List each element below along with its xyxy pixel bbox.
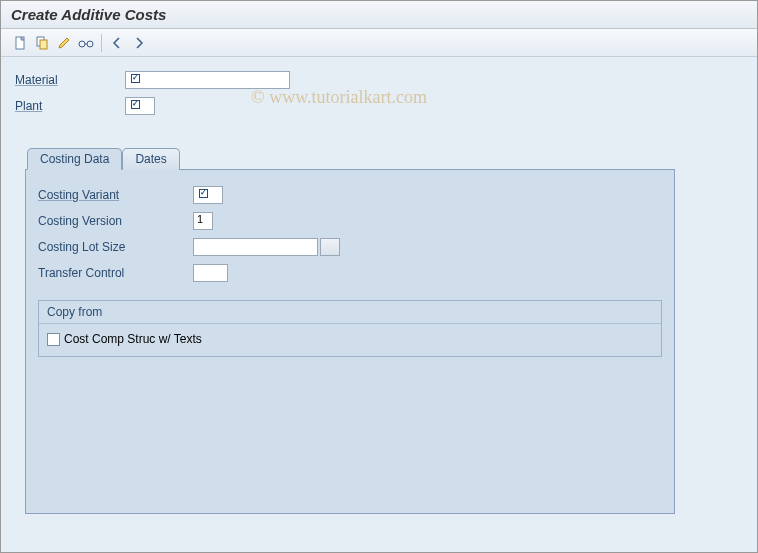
costing-version-value: 1: [197, 213, 203, 225]
new-button[interactable]: [9, 33, 31, 53]
svg-rect-2: [40, 40, 47, 49]
cost-comp-row: Cost Comp Struc w/ Texts: [47, 332, 653, 346]
tab-content: Costing Variant Costing Version 1 Costin…: [25, 169, 675, 514]
toolbar-separator: [101, 34, 102, 52]
unit-button[interactable]: [320, 238, 340, 256]
transfer-control-label: Transfer Control: [38, 266, 193, 280]
copy-icon: [35, 36, 49, 50]
prev-button[interactable]: [106, 33, 128, 53]
costing-version-label: Costing Version: [38, 214, 193, 228]
edit-button[interactable]: [53, 33, 75, 53]
glasses-icon: [78, 36, 94, 50]
tab-costing-data[interactable]: Costing Data: [27, 148, 122, 170]
costing-lot-size-input[interactable]: [193, 238, 318, 256]
window-header: Create Additive Costs: [1, 1, 757, 29]
tab-bar: Costing Data Dates: [27, 147, 675, 169]
costing-lot-size-row: Costing Lot Size: [38, 236, 662, 258]
f4-help-icon: [196, 189, 208, 201]
toolbar: [1, 29, 757, 57]
plant-row: Plant: [15, 95, 743, 117]
costing-variant-input[interactable]: [193, 186, 223, 204]
display-button[interactable]: [75, 33, 97, 53]
svg-point-4: [87, 41, 93, 47]
cost-comp-label: Cost Comp Struc w/ Texts: [64, 332, 202, 346]
transfer-control-input[interactable]: [193, 264, 228, 282]
material-label: Material: [15, 73, 125, 87]
chevron-left-icon: [112, 37, 122, 49]
material-row: Material: [15, 69, 743, 91]
document-icon: [13, 36, 27, 50]
plant-label: Plant: [15, 99, 125, 113]
tabstrip: Costing Data Dates Costing Variant Costi…: [25, 147, 675, 514]
chevron-right-icon: [134, 37, 144, 49]
costing-variant-label: Costing Variant: [38, 188, 193, 202]
copy-from-group: Copy from Cost Comp Struc w/ Texts: [38, 300, 662, 357]
pencil-icon: [57, 36, 71, 50]
costing-variant-row: Costing Variant: [38, 184, 662, 206]
svg-point-3: [79, 41, 85, 47]
tab-dates[interactable]: Dates: [122, 148, 179, 170]
page-title: Create Additive Costs: [11, 6, 166, 23]
group-title: Copy from: [39, 301, 661, 324]
plant-input[interactable]: [125, 97, 155, 115]
next-button[interactable]: [128, 33, 150, 53]
f4-help-icon: [128, 74, 140, 86]
content-area: © www.tutorialkart.com Material Plant Co…: [1, 57, 757, 526]
transfer-control-row: Transfer Control: [38, 262, 662, 284]
f4-help-icon: [128, 100, 140, 112]
costing-version-input[interactable]: 1: [193, 212, 213, 230]
costing-lot-size-label: Costing Lot Size: [38, 240, 193, 254]
costing-version-row: Costing Version 1: [38, 210, 662, 232]
material-input[interactable]: [125, 71, 290, 89]
cost-comp-checkbox[interactable]: [47, 333, 60, 346]
copy-button[interactable]: [31, 33, 53, 53]
